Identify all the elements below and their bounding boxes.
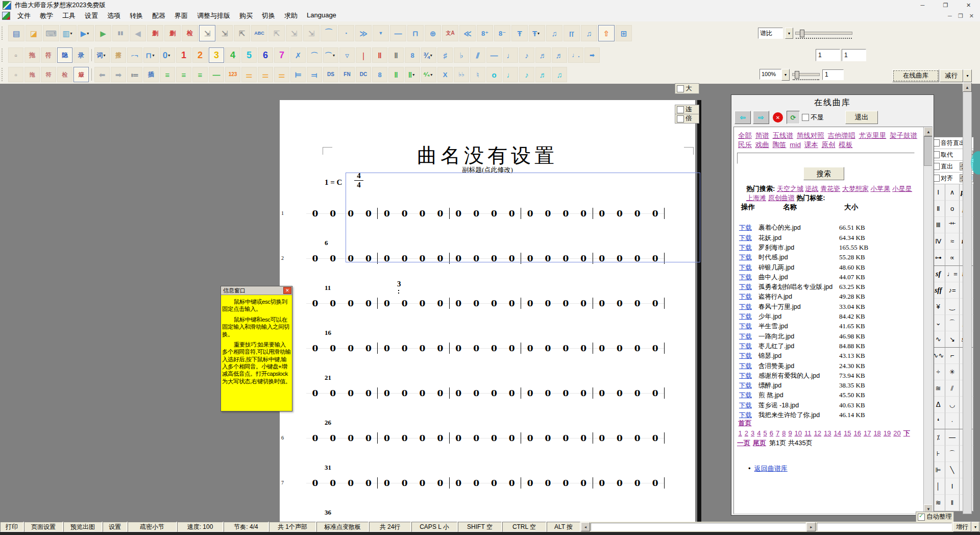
fine-button[interactable]: FN [339,67,355,82]
auto-arrange-checkbox[interactable]: ✓ [918,514,925,521]
final-barline-button[interactable]: ‖ [388,47,404,63]
digit-1-button[interactable]: 1 [176,47,191,63]
palette-symbol[interactable]: ∝ [945,250,959,266]
scroll-up-icon[interactable]: ▲ [924,127,933,136]
accent-back-button[interactable]: ≪ [459,25,476,41]
virtual-keyboard-button[interactable]: ⌨ [43,25,59,41]
category-link-课本[interactable]: 课本 [804,141,818,149]
abc-spellcheck-button[interactable]: ABC [251,25,267,41]
percussion-check-button[interactable]: 检 [57,67,72,82]
toolbar-grip[interactable] [2,48,5,62]
checkbox-large-row[interactable]: 大 [675,83,699,94]
hot-link-小星星[interactable]: 小星星 [892,185,912,192]
digit-6-button[interactable]: 6 [258,47,273,63]
score-ratio-dropdown[interactable]: ▾ [785,28,793,39]
cyan-note-3-button[interactable]: ♬ [535,67,551,82]
accent-forward-button[interactable]: ≫ [355,25,372,41]
category-link-简线对照[interactable]: 简线对照 [797,132,824,139]
quarter-note-button[interactable]: ♩ [503,47,518,63]
repeat-start-button[interactable]: ⊨ [290,67,306,82]
dropdown-arrow-icon[interactable]: ▾ [152,53,156,58]
menu-转换[interactable]: 转换 [125,10,148,21]
tool-grip-button[interactable]: ▫ [8,67,23,82]
exit-button[interactable]: 退出 [845,111,878,124]
download-link[interactable]: 下载 [739,303,758,311]
page-slider[interactable] [792,73,820,76]
new-window-button[interactable]: ⊞ [616,25,632,41]
page-link-6[interactable]: 6 [770,429,773,437]
online-library-button[interactable]: 在线曲库 [892,69,939,82]
mixer-button[interactable]: ▥▾ [60,25,77,41]
hot-link-逆战[interactable]: 逆战 [805,185,819,192]
download-link[interactable]: 下载 [739,332,758,341]
page-link-2[interactable]: 2 [745,429,748,437]
cyan-note-2-button[interactable]: ♪ [519,67,534,82]
dash-group-2-button[interactable]: ⚌ [258,67,273,82]
maximize-button[interactable]: ❐ [934,0,957,10]
download-link[interactable]: 下载 [739,273,758,282]
hot-link-天空之城[interactable]: 天空之城 [777,185,803,192]
tie-button[interactable]: ⌒▾ [323,47,338,63]
digit-2-button[interactable]: 2 [192,47,208,63]
dotted-note-button[interactable]: ♩. [568,47,583,63]
bracket-pair-button[interactable]: ⌐¬ [127,47,142,63]
palette-symbol[interactable]: ╲ [945,462,959,478]
category-link-mid[interactable]: mid [790,141,801,149]
library-refresh-button[interactable]: ⟳ [787,111,800,124]
menu-设置[interactable]: 设置 [80,10,103,21]
menu-文件[interactable]: 文件 [13,10,35,21]
beam-notes-button[interactable]: ♫ [546,25,562,41]
grace-notes-button[interactable]: ɼɼ [564,25,580,41]
rewind-button[interactable]: ◀ [130,25,146,41]
palette-symbol[interactable]: · [945,413,959,429]
download-link[interactable]: 下载 [739,253,758,262]
page-link-16[interactable]: 16 [853,429,861,437]
page-link-5[interactable]: 5 [763,429,767,437]
note-arrow-button[interactable]: ➡ [584,47,600,63]
horizontal-scrollbar[interactable] [591,523,806,531]
download-link[interactable]: 下载 [739,224,758,232]
flat-button[interactable]: ♭ [454,47,469,63]
download-link[interactable]: 下载 [739,391,758,400]
tuplet-select-button[interactable]: Ŧ▾ [529,25,545,41]
locate-target-button[interactable]: ⊕ [425,25,441,41]
palette-symbol[interactable]: ∧ [945,184,959,201]
category-link-吉他弹唱[interactable]: 吉他弹唱 [828,132,855,139]
dropdown-arrow-icon[interactable]: ▾ [333,53,337,58]
popup-close-icon[interactable]: ✕ [283,287,291,294]
drop-marker-button[interactable]: ▼ [373,25,389,41]
insert-mode-button[interactable]: 插 [143,67,159,82]
toolbar-grip[interactable] [2,27,5,40]
hscroll-left-icon[interactable]: ◂ [581,522,590,531]
dropdown-arrow-icon[interactable]: ▾ [412,72,416,77]
eraser-button[interactable]: 擦 [111,47,126,63]
zoom-level-box[interactable]: 100% [760,69,781,80]
add-row-button[interactable]: 增行 [953,522,971,532]
cyan-note-4-button[interactable]: ♫ [552,67,567,82]
close-button[interactable]: ✕ [957,0,980,10]
sixteenth-note-button[interactable]: ♬ [535,47,551,63]
delete-measure-button[interactable]: 删 [147,25,163,41]
cross-x-button[interactable]: X [437,67,453,82]
download-link[interactable]: 下载 [739,381,758,390]
fermata-button[interactable]: ⁀ [321,25,337,41]
double-checkbox[interactable] [677,115,684,123]
style-tool-button[interactable]: 簸 [74,67,89,82]
page-link-14[interactable]: 14 [834,429,841,437]
mdi-close-icon[interactable]: ✕ [966,13,977,19]
palette-symbol[interactable]: ≈ [945,233,959,250]
note-pair-button[interactable]: ♫ [581,25,597,41]
category-link-原创[interactable]: 原创 [822,141,836,149]
octave-up-8-button[interactable]: 8⁺ [477,25,493,41]
page-link-19[interactable]: 19 [884,429,891,437]
hot-link-上海滩[interactable]: 上海滩 [746,194,766,202]
nav-forward-button[interactable]: ➡ [111,67,126,82]
hide-elements-button[interactable]: 隐 [57,47,72,63]
library-forward-button[interactable]: ⇨ [753,111,769,124]
palette-symbol[interactable]: o [945,201,959,217]
upload-score-button[interactable]: ⇧ [598,25,615,41]
lyrics-button[interactable]: 词▾ [94,47,110,63]
da-capo-button[interactable]: DC [356,67,371,82]
category-link-模板[interactable]: 模板 [839,141,852,149]
page-link-4[interactable]: 4 [757,429,761,437]
